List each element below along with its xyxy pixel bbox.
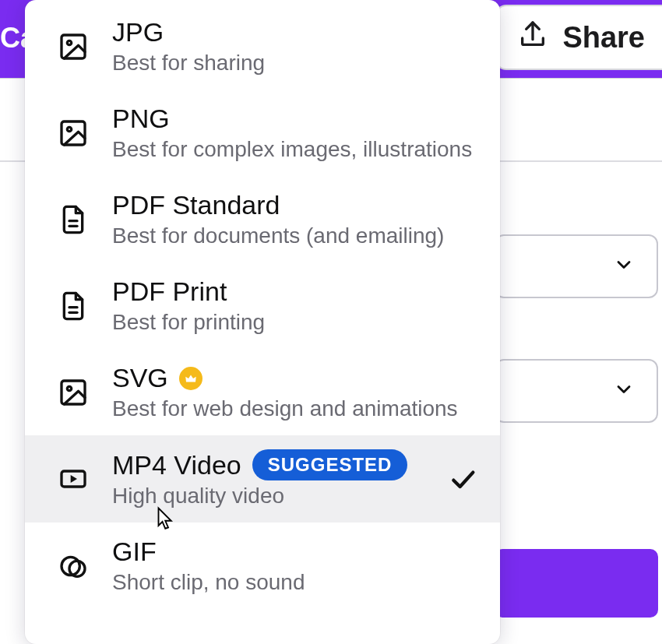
crown-icon [179, 367, 202, 390]
svg-marker-11 [71, 475, 77, 483]
document-icon [56, 289, 90, 323]
option-subtitle: Short clip, no sound [112, 570, 478, 595]
option-png[interactable]: PNG Best for complex images, illustratio… [25, 90, 500, 176]
image-icon [56, 30, 90, 64]
option-title: PNG [112, 104, 170, 134]
option-subtitle: Best for complex images, illustrations [112, 137, 478, 162]
option-pdf-standard[interactable]: PDF Standard Best for documents (and ema… [25, 176, 500, 262]
option-title: PDF Standard [112, 190, 280, 220]
option-subtitle: Best for web design and animations [112, 396, 478, 421]
file-type-dropdown: JPG Best for sharing PNG Best for comple… [25, 0, 500, 644]
panel-select-1[interactable] [495, 234, 658, 298]
chevron-down-icon [613, 254, 635, 279]
check-icon [447, 463, 478, 494]
image-icon [56, 375, 90, 410]
option-subtitle: Best for documents (and emailing) [112, 223, 478, 248]
download-button[interactable] [495, 549, 658, 618]
gif-icon [56, 549, 90, 583]
option-mp4-video[interactable]: MP4 Video SUGGESTED High quality video [25, 435, 500, 523]
suggested-badge: SUGGESTED [252, 449, 408, 480]
image-icon [56, 116, 90, 150]
option-svg[interactable]: SVG Best for web design and animations [25, 349, 500, 435]
option-subtitle: Best for printing [112, 310, 478, 335]
share-button-label: Share [562, 21, 645, 55]
upload-icon [517, 19, 548, 57]
option-subtitle: High quality video [112, 484, 425, 509]
svg-point-3 [67, 127, 71, 131]
option-gif[interactable]: GIF Short clip, no sound [25, 523, 500, 609]
option-title: MP4 Video [112, 450, 241, 480]
option-jpg[interactable]: JPG Best for sharing [25, 0, 500, 90]
svg-point-1 [67, 40, 71, 44]
option-title: SVG [112, 363, 168, 393]
document-icon [56, 202, 90, 237]
option-subtitle: Best for sharing [112, 51, 478, 76]
video-icon [56, 462, 90, 496]
option-title: JPG [112, 17, 164, 48]
option-pdf-print[interactable]: PDF Print Best for printing [25, 262, 500, 349]
chevron-down-icon [613, 378, 635, 403]
share-button[interactable]: Share [495, 5, 662, 70]
option-title: PDF Print [112, 276, 227, 307]
option-title: GIF [112, 537, 157, 567]
panel-select-2[interactable] [495, 359, 658, 423]
svg-point-9 [67, 386, 71, 390]
